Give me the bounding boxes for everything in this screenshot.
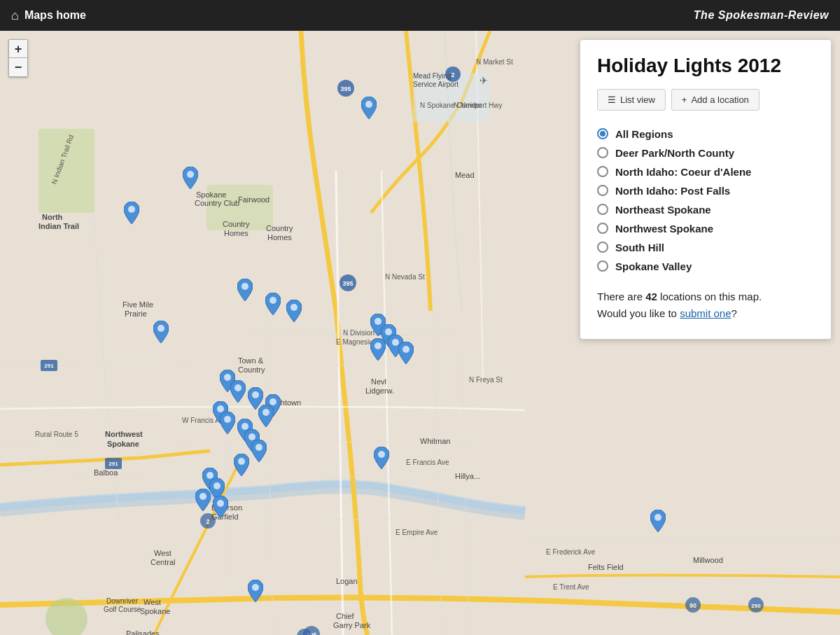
svg-point-82 [241,283,248,290]
svg-text:291: 291 [108,461,118,467]
svg-text:291: 291 [44,363,54,369]
svg-text:E Empire Ave: E Empire Ave [396,529,438,536]
info-panel: Holiday Lights 2012 ☰ List view + Add a … [580,39,832,340]
svg-text:N Freya St: N Freya St [469,376,503,384]
region-label: Northeast Spokane [615,204,711,216]
map-container: 395 395 395 2 291 291 2 290 90 N Indian … [0,31,840,635]
zoom-in-button[interactable]: + [9,40,27,58]
header-brand: The Spokesman-Review [694,9,829,22]
svg-text:395: 395 [342,280,353,287]
submit-link[interactable]: submit one [680,307,731,319]
map-pin[interactable] [286,300,302,325]
svg-text:290: 290 [751,603,761,609]
svg-point-106 [378,451,385,458]
map-pin[interactable] [220,412,235,437]
svg-text:Central: Central [150,558,175,566]
list-view-button[interactable]: ☰ List view [597,89,666,111]
region-item[interactable]: All Regions [597,125,814,144]
svg-text:Prairie: Prairie [125,309,147,318]
header-title[interactable]: Maps home [24,9,86,22]
radio-indicator [597,147,608,158]
svg-text:North: North [42,213,63,221]
radio-indicator [597,204,608,215]
region-label: Northwest Spokane [615,223,713,235]
svg-text:Homes: Homes [224,229,248,237]
zoom-controls: + − [8,39,28,77]
svg-text:Garry Park: Garry Park [333,621,371,629]
svg-point-79 [365,101,372,108]
region-label: All Regions [615,128,673,140]
map-pin[interactable] [124,202,139,227]
map-pin[interactable] [230,380,246,405]
region-item[interactable]: Northeast Spokane [597,200,814,219]
svg-point-104 [200,493,206,500]
radio-indicator [597,128,608,139]
radio-indicator [597,185,608,196]
map-pin[interactable] [234,454,249,479]
map-pin[interactable] [251,440,267,465]
home-icon: ⌂ [11,8,19,23]
svg-text:Lidgerw.: Lidgerw. [365,386,394,395]
svg-text:Indian Trail: Indian Trail [38,222,79,230]
svg-text:Mead Flying: Mead Flying [413,72,451,80]
svg-text:Chief: Chief [336,612,355,620]
svg-text:Fairwood: Fairwood [238,195,270,204]
svg-text:Downriver: Downriver [106,597,139,605]
map-pin[interactable] [265,293,281,318]
region-label: North Idaho: Coeur d'Alene [615,166,751,178]
svg-text:E Francis Ave: E Francis Ave [406,459,449,466]
map-pin[interactable] [374,447,389,472]
region-item[interactable]: South Hill [597,238,814,257]
svg-point-85 [158,325,164,332]
svg-text:Spokane: Spokane [107,440,139,448]
svg-point-105 [217,500,224,507]
regions-list: All RegionsDeer Park/North CountyNorth I… [597,125,814,276]
map-pin[interactable] [237,279,253,304]
svg-text:Country: Country [223,220,250,228]
map-pin[interactable] [370,338,386,363]
svg-text:Service Airport: Service Airport [413,81,458,88]
radio-indicator [597,166,608,177]
region-item[interactable]: North Idaho: Post Falls [597,181,814,200]
plus-icon: + [682,95,687,105]
svg-point-89 [402,346,410,353]
region-label: Spokane Valley [615,260,692,272]
panel-title: Holiday Lights 2012 [597,54,814,78]
map-pin[interactable] [398,342,414,367]
map-pin[interactable] [153,321,169,346]
region-item[interactable]: Spokane Valley [597,257,814,276]
map-pin[interactable] [361,97,377,122]
svg-point-97 [224,416,231,423]
svg-text:Rural Route 5: Rural Route 5 [35,431,78,438]
radio-indicator [597,223,608,234]
map-pin[interactable] [213,496,228,521]
map-pin[interactable] [183,167,198,192]
svg-text:Felts Field: Felts Field [588,563,624,571]
region-item[interactable]: North Idaho: Coeur d'Alene [597,162,814,181]
svg-point-92 [234,384,241,391]
zoom-out-button[interactable]: − [9,58,27,76]
svg-point-95 [262,409,270,416]
region-item[interactable]: Northwest Spokane [597,219,814,238]
radio-indicator [597,260,608,272]
svg-text:Hillya...: Hillya... [455,472,480,480]
svg-text:Millwood: Millwood [693,556,723,564]
map-pin[interactable] [195,489,211,514]
list-icon: ☰ [608,95,616,105]
map-pin[interactable] [248,580,263,605]
svg-text:Country: Country [266,224,293,232]
map-pin[interactable] [650,510,666,535]
add-location-button[interactable]: + Add a location [671,89,760,111]
header: ⌂ Maps home The Spokesman-Review [0,0,840,31]
svg-text:Country Club: Country Club [195,199,239,207]
svg-text:Logan: Logan [336,577,358,585]
panel-footer: There are 42 locations on this map.Would… [597,288,814,322]
region-item[interactable]: Deer Park/North County [597,144,814,162]
svg-text:Nevl: Nevl [371,377,386,386]
svg-text:Spokane: Spokane [140,607,170,615]
map-pin[interactable] [258,405,274,430]
svg-point-90 [374,342,382,349]
svg-point-84 [290,304,298,311]
svg-point-107 [654,514,662,521]
svg-text:Balboa: Balboa [94,468,118,477]
